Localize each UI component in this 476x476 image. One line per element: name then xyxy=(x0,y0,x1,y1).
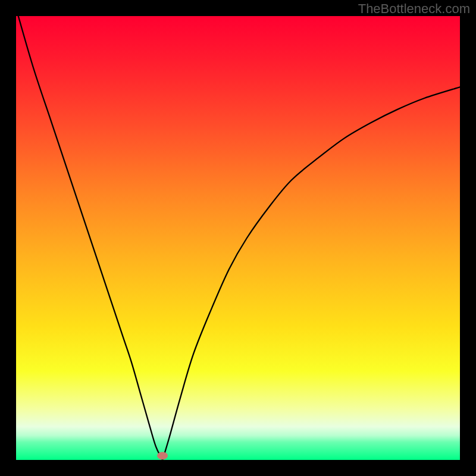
gradient-background xyxy=(16,16,460,460)
watermark-text: TheBottleneck.com xyxy=(358,1,470,17)
optimal-point-marker xyxy=(157,452,168,459)
plot-area xyxy=(14,14,462,462)
chart-container: TheBottleneck.com xyxy=(0,0,476,476)
